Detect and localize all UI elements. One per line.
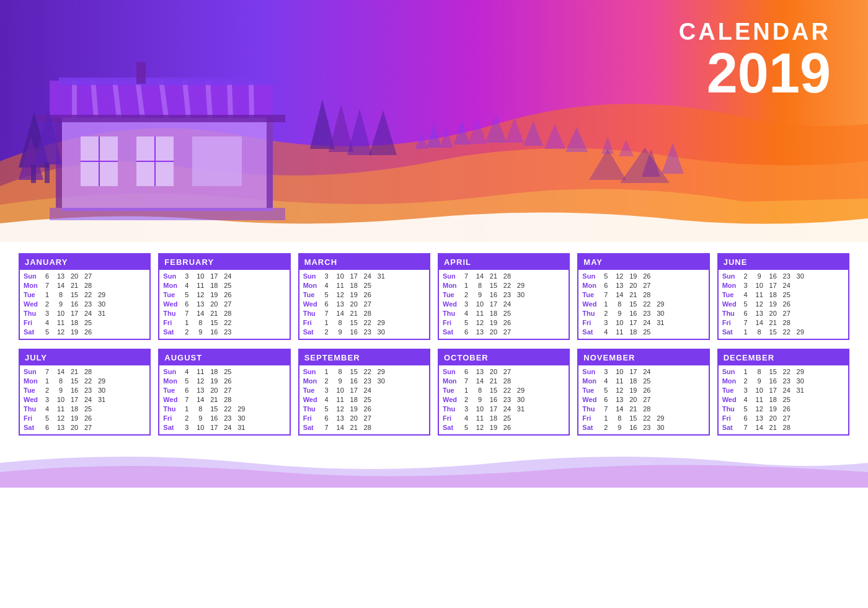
month-block: JULYSun7142128Mon18152229Tue29162330Wed3…: [19, 349, 151, 436]
day-number: 6: [461, 328, 471, 336]
month-block: DECEMBERSun18152229Mon29162330Tue3101724…: [717, 349, 849, 436]
day-number: 23: [782, 272, 792, 280]
month-body: Sun18152229Mon29162330Tue310172431Wed411…: [719, 365, 848, 434]
day-number: 29: [376, 319, 386, 326]
day-number: 13: [614, 396, 624, 403]
day-name-label: Sun: [722, 368, 741, 375]
day-number: 22: [223, 319, 232, 326]
day-numbers: 4111825: [601, 377, 652, 385]
day-number: 17: [768, 387, 778, 394]
day-number: 28: [502, 377, 512, 385]
day-number: 21: [628, 291, 638, 298]
day-number: 28: [83, 282, 93, 289]
day-number: 23: [83, 387, 93, 394]
day-number: 2: [461, 291, 471, 298]
day-number: 26: [502, 424, 512, 431]
day-number: 1: [461, 387, 471, 394]
day-row: Thu7142128: [163, 308, 285, 318]
day-numbers: 5121926: [741, 300, 792, 308]
day-number: 27: [363, 300, 373, 308]
day-number: 30: [236, 414, 246, 422]
day-number: 20: [209, 300, 219, 308]
day-number: 20: [628, 282, 638, 289]
day-number: 10: [755, 282, 764, 289]
day-number: 8: [475, 282, 485, 289]
day-number: 5: [461, 424, 471, 431]
day-numbers: 181522: [182, 319, 232, 326]
day-number: 24: [83, 396, 93, 403]
day-name-label: Mon: [722, 377, 741, 385]
day-name-label: Thu: [303, 310, 322, 317]
day-name-label: Sun: [722, 272, 741, 280]
day-number: 26: [83, 328, 93, 336]
day-number: 15: [489, 387, 498, 394]
day-number: 25: [642, 377, 652, 385]
day-number: 15: [628, 300, 638, 308]
day-number: 3: [182, 424, 192, 431]
day-number: 11: [195, 282, 205, 289]
day-number: 19: [209, 291, 219, 298]
day-name-label: Mon: [443, 377, 461, 385]
day-number: 13: [755, 310, 764, 317]
day-name-label: Tue: [443, 387, 461, 394]
day-number: 3: [461, 405, 471, 413]
day-number: 26: [363, 405, 373, 413]
day-number: 26: [223, 291, 232, 298]
day-number: 15: [489, 282, 498, 289]
day-number: 4: [182, 368, 192, 375]
day-number: 12: [755, 405, 764, 413]
day-number: 25: [782, 291, 792, 298]
day-number: 31: [376, 272, 386, 280]
day-number: 9: [475, 291, 485, 298]
day-number: 24: [642, 368, 652, 375]
day-numbers: 29162330: [741, 377, 805, 385]
day-row: Mon18152229: [24, 376, 146, 385]
day-number: 26: [642, 272, 652, 280]
day-row: Sat5121926: [443, 422, 565, 432]
day-number: 12: [195, 377, 205, 385]
day-name-label: Wed: [163, 396, 182, 403]
day-number: 30: [516, 396, 526, 403]
day-name-label: Tue: [303, 387, 322, 394]
day-number: 16: [628, 424, 638, 431]
day-number: 9: [614, 424, 624, 431]
day-number: 5: [182, 291, 192, 298]
day-name-label: Sat: [163, 328, 182, 336]
day-number: 6: [42, 424, 52, 431]
day-number: 7: [601, 405, 611, 413]
day-row: Thu4111825: [24, 404, 146, 413]
day-numbers: 5121926: [322, 291, 373, 298]
day-numbers: 6132027: [42, 272, 93, 280]
day-numbers: 7142128: [741, 319, 792, 326]
day-number: 4: [601, 377, 611, 385]
months-grid-top: JANUARYSun6132027Mon7142128Tue18152229We…: [19, 253, 849, 340]
day-number: 8: [56, 377, 66, 385]
day-name-label: Sun: [24, 368, 42, 375]
day-name-label: Sun: [582, 368, 601, 375]
day-number: 29: [795, 368, 805, 375]
day-row: Wed29162330: [24, 299, 146, 308]
day-row: Thu6132027: [722, 308, 844, 318]
day-row: Mon18152229: [443, 280, 565, 290]
day-numbers: 4111825: [741, 396, 792, 403]
day-number: 17: [349, 387, 359, 394]
day-number: 3: [601, 368, 611, 375]
day-row: Mon29162330: [303, 376, 425, 385]
day-number: 31: [516, 405, 526, 413]
day-number: 8: [614, 300, 624, 308]
day-number: 19: [209, 377, 219, 385]
day-number: 19: [768, 405, 778, 413]
month-block: MARCHSun310172431Mon4111825Tue5121926Wed…: [298, 253, 430, 340]
day-number: 25: [223, 368, 232, 375]
day-name-label: Wed: [24, 300, 42, 308]
month-header: SEPTEMBER: [299, 350, 429, 365]
day-number: 7: [601, 291, 611, 298]
day-row: Sat7142128: [303, 422, 425, 432]
day-numbers: 5121926: [42, 414, 93, 422]
day-number: 13: [475, 328, 485, 336]
day-number: 4: [322, 282, 332, 289]
day-name-label: Sun: [443, 368, 461, 375]
svg-rect-36: [37, 115, 285, 122]
day-number: 23: [83, 300, 93, 308]
day-number: 4: [322, 396, 332, 403]
